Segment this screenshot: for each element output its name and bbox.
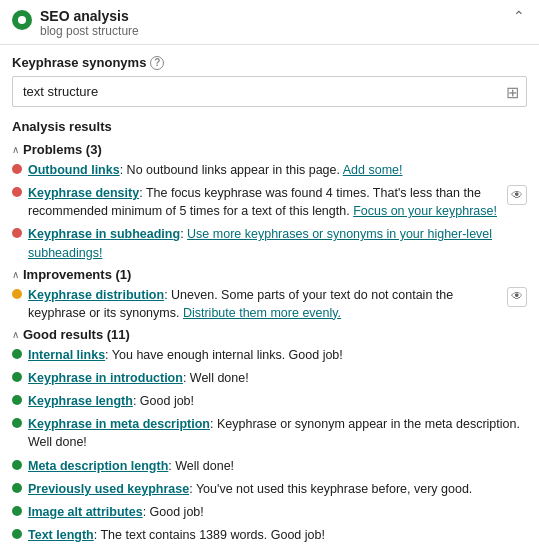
keyphrase-density-keyword[interactable]: Keyphrase density bbox=[28, 186, 139, 200]
dot-image-alt bbox=[12, 506, 22, 516]
improvements-chevron: ∧ bbox=[12, 269, 19, 280]
dot-keyphrase-length bbox=[12, 395, 22, 405]
header-subtitle: blog post structure bbox=[40, 24, 139, 38]
keyphrase-length-keyword[interactable]: Keyphrase length bbox=[28, 394, 133, 408]
eye-icon-density[interactable]: 👁 bbox=[507, 185, 527, 205]
list-item: Keyphrase in subheading: Use more keyphr… bbox=[12, 225, 527, 261]
problems-group-header[interactable]: ∧ Problems (3) bbox=[12, 142, 527, 157]
list-item: Keyphrase density: The focus keyphrase w… bbox=[12, 184, 527, 220]
item-text-image-alt: Image alt attributes: Good job! bbox=[28, 503, 527, 521]
header-title: SEO analysis bbox=[40, 8, 139, 24]
list-item: Outbound links: No outbound links appear… bbox=[12, 161, 527, 179]
dot-meta-length bbox=[12, 460, 22, 470]
good-chevron: ∧ bbox=[12, 329, 19, 340]
problems-group: ∧ Problems (3) Outbound links: No outbou… bbox=[12, 142, 527, 262]
image-alt-keyword[interactable]: Image alt attributes bbox=[28, 505, 143, 519]
item-text-keyphrase-length: Keyphrase length: Good job! bbox=[28, 392, 527, 410]
item-text-keyphrase-meta: Keyphrase in meta description: Keyphrase… bbox=[28, 415, 527, 451]
item-text-keyphrase-subheading: Keyphrase in subheading: Use more keyphr… bbox=[28, 225, 527, 261]
item-text-internal-links: Internal links: You have enough internal… bbox=[28, 346, 527, 364]
keyphrase-synonyms-label: Keyphrase synonyms bbox=[12, 55, 146, 70]
dot-text-length bbox=[12, 529, 22, 539]
eye-icon-distribution[interactable]: 👁 bbox=[507, 287, 527, 307]
list-item: Keyphrase in meta description: Keyphrase… bbox=[12, 415, 527, 451]
list-item: Text length: The text contains 1389 word… bbox=[12, 526, 527, 544]
item-text-meta-length: Meta description length: Well done! bbox=[28, 457, 527, 475]
header: SEO analysis blog post structure ⌃ bbox=[0, 0, 539, 45]
seo-status-icon bbox=[12, 10, 32, 30]
keyphrase-distribution-keyword[interactable]: Keyphrase distribution bbox=[28, 288, 164, 302]
item-text-keyphrase-dist: Keyphrase distribution: Uneven. Some par… bbox=[28, 286, 501, 322]
dot-keyphrase-subheading bbox=[12, 228, 22, 238]
analysis-title: Analysis results bbox=[12, 119, 527, 134]
dot-prev-keyphrase bbox=[12, 483, 22, 493]
list-item: Keyphrase length: Good job! bbox=[12, 392, 527, 410]
list-item: Image alt attributes: Good job! bbox=[12, 503, 527, 521]
item-text-keyphrase-intro: Keyphrase in introduction: Well done! bbox=[28, 369, 527, 387]
keyphrase-subheading-keyword[interactable]: Keyphrase in subheading bbox=[28, 227, 180, 241]
item-text-prev-keyphrase: Previously used keyphrase: You've not us… bbox=[28, 480, 527, 498]
input-grid-icon[interactable]: ⊞ bbox=[506, 82, 519, 101]
keyphrase-intro-keyword[interactable]: Keyphrase in introduction bbox=[28, 371, 183, 385]
keyphrase-synonyms-input[interactable] bbox=[12, 76, 527, 107]
focus-keyphrase-link[interactable]: Focus on your keyphrase! bbox=[353, 204, 497, 218]
keyphrase-synonyms-section: Keyphrase synonyms ? ⊞ bbox=[12, 55, 527, 107]
improvements-group-label: Improvements (1) bbox=[23, 267, 131, 282]
keyphrase-meta-keyword[interactable]: Keyphrase in meta description bbox=[28, 417, 210, 431]
dot-keyphrase-meta bbox=[12, 418, 22, 428]
list-item: Internal links: You have enough internal… bbox=[12, 346, 527, 364]
analysis-results-section: Analysis results ∧ Problems (3) Outbound… bbox=[12, 119, 527, 544]
outbound-links-keyword[interactable]: Outbound links bbox=[28, 163, 120, 177]
add-some-link[interactable]: Add some! bbox=[343, 163, 403, 177]
text-length-keyword[interactable]: Text length bbox=[28, 528, 94, 542]
dot-outbound bbox=[12, 164, 22, 174]
internal-links-keyword[interactable]: Internal links bbox=[28, 348, 105, 362]
meta-description-length-keyword[interactable]: Meta description length bbox=[28, 459, 168, 473]
dot-keyphrase-density bbox=[12, 187, 22, 197]
keyphrase-help-icon[interactable]: ? bbox=[150, 56, 164, 70]
dot-keyphrase-intro bbox=[12, 372, 22, 382]
distribute-link[interactable]: Distribute them more evenly. bbox=[183, 306, 341, 320]
collapse-button[interactable]: ⌃ bbox=[511, 8, 527, 24]
good-results-group: ∧ Good results (11) Internal links: You … bbox=[12, 327, 527, 544]
problems-group-label: Problems (3) bbox=[23, 142, 102, 157]
list-item: Previously used keyphrase: You've not us… bbox=[12, 480, 527, 498]
item-text-outbound: Outbound links: No outbound links appear… bbox=[28, 161, 527, 179]
previously-used-keyphrase-keyword[interactable]: Previously used keyphrase bbox=[28, 482, 189, 496]
good-results-group-label: Good results (11) bbox=[23, 327, 130, 342]
problems-chevron: ∧ bbox=[12, 144, 19, 155]
item-text-keyphrase-density: Keyphrase density: The focus keyphrase w… bbox=[28, 184, 501, 220]
dot-keyphrase-dist bbox=[12, 289, 22, 299]
improvements-group: ∧ Improvements (1) Keyphrase distributio… bbox=[12, 267, 527, 322]
good-results-group-header[interactable]: ∧ Good results (11) bbox=[12, 327, 527, 342]
list-item: Meta description length: Well done! bbox=[12, 457, 527, 475]
list-item: Keyphrase in introduction: Well done! bbox=[12, 369, 527, 387]
item-text-text-length: Text length: The text contains 1389 word… bbox=[28, 526, 527, 544]
dot-internal-links bbox=[12, 349, 22, 359]
improvements-group-header[interactable]: ∧ Improvements (1) bbox=[12, 267, 527, 282]
list-item: Keyphrase distribution: Uneven. Some par… bbox=[12, 286, 527, 322]
